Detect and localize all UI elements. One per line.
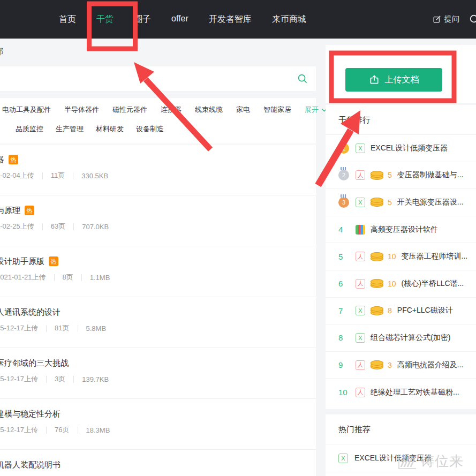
excel-file-icon: X bbox=[338, 454, 348, 463]
meta-divider bbox=[73, 172, 73, 179]
page: 首页干货圈子offer开发者智库来币商城 提问 部 电动工具及配件半导体器件磁性… bbox=[0, 0, 476, 476]
rank-number: 6 bbox=[338, 279, 350, 288]
nav-menu: 首页干货圈子offer开发者智库来币商城 bbox=[59, 14, 306, 25]
doc-title-link[interactable]: 设计助手原版 bbox=[0, 256, 44, 267]
hot-badge: 热 bbox=[49, 256, 58, 266]
document-list: 器热1-02-04上传11页330.5KB与原理热1-02-25上传63页707… bbox=[0, 145, 316, 476]
ranking-item[interactable]: 6人10(核心)半桥LLC谐... bbox=[326, 270, 476, 298]
ask-question-button[interactable]: 提问 bbox=[433, 14, 459, 24]
coin-count: 10 bbox=[388, 252, 396, 261]
coin-count: 5 bbox=[388, 171, 392, 179]
ranking-doc-link[interactable]: 高频电抗器介绍及... bbox=[397, 360, 464, 370]
doc-title-row: 人通讯系统的设计 bbox=[0, 307, 316, 318]
ranking-item[interactable]: 7X8PFC+LLC磁设计 bbox=[326, 298, 476, 325]
nav-item-4[interactable]: offer bbox=[171, 14, 188, 25]
silver-medal-icon: 2 bbox=[338, 170, 349, 180]
page-count: 11页 bbox=[51, 171, 65, 180]
filter-category[interactable]: 磁性元器件 bbox=[112, 105, 147, 115]
doc-title-row: 与原理热 bbox=[0, 205, 316, 216]
ranking-doc-link[interactable]: 组合磁芯计算公式(加密) bbox=[371, 333, 450, 343]
meta-divider bbox=[78, 325, 78, 332]
page-count: 63页 bbox=[51, 222, 65, 231]
doc-meta-row: 2021-01-21上传8页1.1MB bbox=[0, 273, 316, 282]
upload-date: 2021-01-21上传 bbox=[0, 273, 46, 282]
filter-categories: 电动工具及配件半导体器件磁性元器件连接器线束线缆家电智能家居 bbox=[2, 105, 291, 115]
ranking-item[interactable]: 10人绝缘处理工艺对铁基磁粉... bbox=[326, 379, 476, 406]
ranking-item[interactable]: 2人5变压器制做基础与... bbox=[326, 162, 476, 190]
filter-category[interactable]: 家电 bbox=[236, 105, 250, 115]
doc-title-link[interactable]: 人通讯系统的设计 bbox=[0, 307, 61, 318]
ranking-doc-link[interactable]: (核心)半桥LLC谐... bbox=[402, 279, 464, 289]
filter-subcategory[interactable]: 生产管理 bbox=[56, 124, 84, 134]
filter-subcategory[interactable]: 设备制造 bbox=[136, 124, 164, 134]
nav-item-2[interactable]: 干货 bbox=[96, 14, 114, 25]
rank-number: 4 bbox=[338, 225, 350, 234]
doc-title-link[interactable]: 器 bbox=[0, 155, 4, 165]
doc-title-link[interactable]: 建模与稳定性分析 bbox=[0, 409, 61, 419]
ranking-item[interactable]: 4高频变压器设计软件 bbox=[326, 216, 476, 244]
file-size: 1.1MB bbox=[90, 274, 110, 282]
hot-badge: 热 bbox=[9, 155, 18, 164]
ranking-item[interactable]: 1XEXCEL设计低频变压器 bbox=[326, 135, 476, 162]
filter-subcategory[interactable]: 品质监控 bbox=[16, 124, 43, 134]
ranking-doc-link[interactable]: 绝缘处理工艺对铁基磁粉... bbox=[371, 388, 459, 397]
upload-date: 25-12-17上传 bbox=[0, 425, 38, 435]
upload-document-button[interactable]: 上传文档 bbox=[345, 68, 442, 92]
doc-meta-row: 25-12-17上传76页18.3MB bbox=[0, 425, 316, 435]
doc-list-item: 机器人装配说明书 bbox=[0, 450, 316, 476]
doc-list-item: 器热1-02-04上传11页330.5KB bbox=[0, 145, 316, 195]
coin-count: 8 bbox=[388, 306, 392, 315]
pdf-file-icon: 人 bbox=[356, 279, 365, 289]
ranking-doc-link[interactable]: 开关电源变压器设... bbox=[397, 198, 464, 207]
nav-item-5[interactable]: 开发者智库 bbox=[209, 14, 252, 25]
ranking-doc-link[interactable]: PFC+LLC磁设计 bbox=[397, 306, 453, 315]
filter-row-2: 品质监控生产管理材料研发设备制造 bbox=[16, 124, 164, 134]
filter-panel: 电动工具及配件半导体器件磁性元器件连接器线束线缆家电智能家居 展开 品质监控生产… bbox=[0, 98, 316, 143]
ask-label: 提问 bbox=[444, 14, 459, 24]
doc-list-item: 人通讯系统的设计25-12-17上传81页5.8MB bbox=[0, 297, 316, 348]
gold-medal-icon: 1 bbox=[338, 143, 349, 154]
filter-category[interactable]: 线束线缆 bbox=[195, 105, 223, 115]
nav-item-3[interactable]: 圈子 bbox=[134, 14, 151, 25]
doc-title-link[interactable]: 医疗邻域的三大挑战 bbox=[0, 358, 69, 368]
filter-category[interactable]: 智能家居 bbox=[263, 105, 291, 115]
coin-count: 3 bbox=[388, 361, 392, 369]
ranking-item[interactable]: 9人3高频电抗器介绍及... bbox=[326, 352, 476, 379]
nav-item-1[interactable]: 首页 bbox=[59, 14, 76, 25]
search-icon[interactable] bbox=[297, 73, 308, 84]
filter-category[interactable]: 半导体器件 bbox=[64, 105, 99, 115]
filter-category[interactable]: 电动工具及配件 bbox=[2, 105, 51, 115]
coins-icon bbox=[371, 306, 384, 315]
meta-divider bbox=[73, 223, 74, 230]
ranking-doc-link[interactable]: 变压器制做基础与... bbox=[397, 170, 464, 180]
bronze-medal-icon: 3 bbox=[338, 197, 349, 208]
ranking-doc-link[interactable]: 变压器工程师培训... bbox=[402, 252, 468, 261]
meta-divider bbox=[54, 274, 55, 281]
search-input[interactable] bbox=[0, 66, 316, 91]
ranking-item[interactable]: 5人10变压器工程师培训... bbox=[326, 243, 476, 270]
pdf-file-icon: 人 bbox=[356, 170, 365, 180]
filter-subcategory[interactable]: 材料研发 bbox=[96, 124, 124, 134]
breadcrumb: 部 bbox=[0, 47, 3, 57]
nav-search-icon[interactable] bbox=[469, 14, 476, 25]
nav-item-6[interactable]: 来币商城 bbox=[272, 14, 306, 25]
ranking-item[interactable]: 3X5开关电源变压器设... bbox=[326, 189, 476, 216]
upload-button-label: 上传文档 bbox=[385, 74, 419, 86]
meta-divider bbox=[81, 274, 82, 281]
excel-file-icon: X bbox=[356, 143, 365, 153]
page-count: 8页 bbox=[63, 273, 73, 282]
ranking-doc-link[interactable]: EXCEL设计低频变压器 bbox=[371, 143, 448, 153]
watermark-text: 铸位来 bbox=[420, 452, 464, 471]
pdf-file-icon: 人 bbox=[356, 360, 365, 370]
doc-title-link[interactable]: 与原理 bbox=[0, 206, 20, 216]
upload-date: 1-02-04上传 bbox=[0, 171, 34, 180]
pdf-file-icon: 人 bbox=[356, 252, 365, 261]
upload-date: 1-02-25上传 bbox=[0, 222, 34, 231]
ranking-list: 1XEXCEL设计低频变压器2人5变压器制做基础与...3X5开关电源变压器设.… bbox=[326, 135, 476, 406]
doc-title-row: 设计助手原版热 bbox=[0, 256, 316, 267]
ranking-doc-link[interactable]: 高频变压器设计软件 bbox=[371, 225, 438, 235]
filter-category[interactable]: 连接器 bbox=[161, 105, 182, 115]
doc-title-link[interactable]: 机器人装配说明书 bbox=[0, 460, 61, 470]
rank-number: 8 bbox=[338, 333, 350, 342]
ranking-item[interactable]: 8X组合磁芯计算公式(加密) bbox=[326, 324, 476, 352]
